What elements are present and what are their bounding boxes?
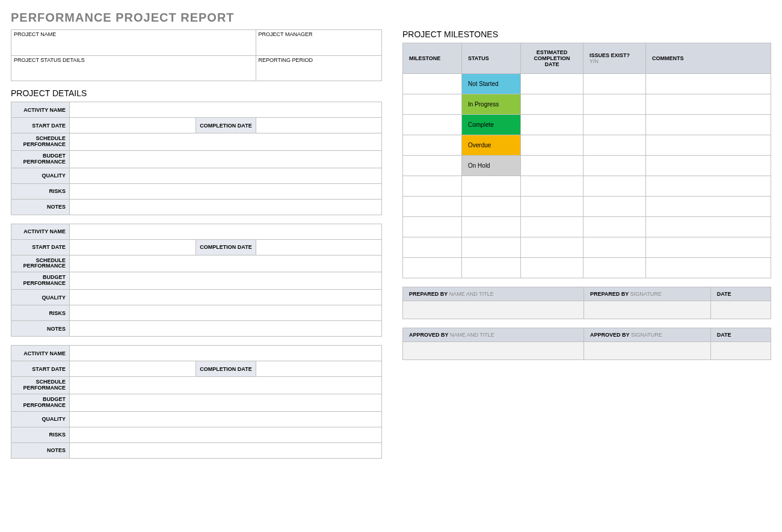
milestone-field[interactable] [403,94,462,115]
est-date-field[interactable] [521,176,583,197]
start-date-field[interactable] [70,361,196,377]
milestone-field[interactable] [403,135,462,156]
milestone-field[interactable] [403,237,462,258]
schedule-performance-field[interactable] [70,377,382,394]
status-field[interactable] [462,258,521,278]
status-field[interactable]: Complete [462,115,521,135]
milestone-field[interactable] [403,115,462,135]
start-date-field[interactable] [70,239,196,255]
issues-field[interactable] [583,135,646,156]
comments-field[interactable] [646,217,771,237]
status-field[interactable]: Not Started [462,74,521,94]
comments-field[interactable] [646,74,771,94]
budget-performance-field[interactable] [70,150,382,168]
activity-name-field[interactable] [70,102,382,118]
risks-field[interactable] [70,305,382,321]
est-date-field[interactable] [521,258,583,278]
status-field[interactable]: On Hold [462,156,521,176]
project-status-field[interactable] [11,64,256,81]
risks-label: RISKS [11,183,70,199]
budget-performance-label: BUDGETPERFORMANCE [11,394,70,411]
prepared-sig-field[interactable] [583,301,710,319]
comments-field[interactable] [646,197,771,217]
status-field[interactable] [462,197,521,217]
status-field[interactable] [462,237,521,258]
approved-sig-field[interactable] [583,342,710,360]
reporting-period-field[interactable] [256,64,381,81]
issues-field[interactable] [583,197,646,217]
quality-field[interactable] [70,168,382,183]
completion-date-field[interactable] [256,118,382,133]
budget-performance-field[interactable] [70,272,382,290]
milestone-row: In Progress [403,94,771,115]
budget-performance-field[interactable] [70,394,382,411]
issues-field[interactable] [583,217,646,237]
start-date-field[interactable] [70,118,196,133]
issues-field[interactable] [583,94,646,115]
milestone-field[interactable] [403,197,462,217]
issues-field[interactable] [583,156,646,176]
prepared-sig-header: PREPARED BY SIGNATURE [583,287,710,301]
milestone-field[interactable] [403,217,462,237]
est-date-field[interactable] [521,74,583,94]
budget-performance-label: BUDGETPERFORMANCE [11,150,70,168]
issues-field[interactable] [583,74,646,94]
comments-field[interactable] [646,115,771,135]
project-details-heading: PROJECT DETAILS [11,88,382,98]
risks-field[interactable] [70,183,382,199]
project-name-field[interactable] [11,38,256,55]
comments-field[interactable] [646,237,771,258]
project-info-table: PROJECT NAME PROJECT MANAGER PROJECT STA… [11,29,382,81]
quality-label: QUALITY [11,411,70,427]
quality-field[interactable] [70,411,382,427]
completion-date-field[interactable] [256,361,382,377]
schedule-performance-label: SCHEDULEPERFORMANCE [11,255,70,272]
issues-field[interactable] [583,115,646,135]
issues-header-sub: Y/N [590,58,599,64]
schedule-performance-field[interactable] [70,133,382,151]
quality-field[interactable] [70,290,382,305]
status-field[interactable] [462,176,521,197]
report-title: PERFORMANCE PROJECT REPORT [11,11,771,25]
comments-field[interactable] [646,135,771,156]
status-field[interactable]: Overdue [462,135,521,156]
issues-field[interactable] [583,176,646,197]
approved-date-field[interactable] [710,342,771,360]
prepared-by-table: PREPARED BY NAME AND TITLE PREPARED BY S… [402,287,771,319]
est-date-field[interactable] [521,135,583,156]
comments-field[interactable] [646,176,771,197]
issues-header: ISSUES EXIST? Y/N [583,43,646,74]
notes-field[interactable] [70,321,382,337]
issues-field[interactable] [583,258,646,278]
schedule-performance-field[interactable] [70,255,382,272]
est-date-field[interactable] [521,217,583,237]
status-field[interactable] [462,217,521,237]
notes-label: NOTES [11,442,70,458]
activity-name-field[interactable] [70,346,382,361]
comments-field[interactable] [646,156,771,176]
project-manager-field[interactable] [256,38,381,55]
prepared-by-field[interactable] [403,301,584,319]
risks-field[interactable] [70,427,382,442]
est-date-field[interactable] [521,237,583,258]
notes-field[interactable] [70,199,382,215]
milestone-field[interactable] [403,176,462,197]
est-date-field[interactable] [521,115,583,135]
est-date-field[interactable] [521,197,583,217]
status-field[interactable]: In Progress [462,94,521,115]
completion-date-field[interactable] [256,239,382,255]
notes-field[interactable] [70,442,382,458]
est-date-field[interactable] [521,156,583,176]
activity-name-field[interactable] [70,224,382,239]
comments-field[interactable] [646,258,771,278]
approved-by-field[interactable] [403,342,584,360]
milestone-field[interactable] [403,74,462,94]
comments-field[interactable] [646,94,771,115]
project-details-table-2: ACTIVITY NAME START DATE COMPLETION DATE… [11,345,382,459]
approved-date-header: DATE [710,328,771,342]
issues-field[interactable] [583,237,646,258]
prepared-date-field[interactable] [710,301,771,319]
milestone-field[interactable] [403,258,462,278]
est-date-field[interactable] [521,94,583,115]
milestone-field[interactable] [403,156,462,176]
